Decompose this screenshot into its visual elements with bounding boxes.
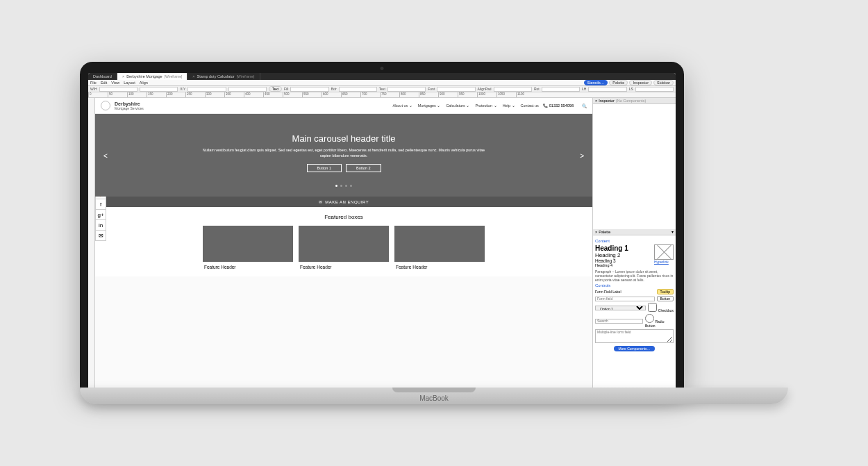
palette-search[interactable] (595, 319, 643, 324)
xy-label: X/Y (180, 87, 185, 91)
feature-header: Feature Header (394, 262, 485, 269)
lh-input[interactable] (588, 87, 626, 92)
linkedin-icon[interactable]: in (95, 219, 106, 231)
canvas[interactable]: 🐦 f g+ in ✉ Derbyshire Mortgage Services (95, 98, 592, 389)
rot-label: Rot (534, 87, 540, 91)
carousel-prev[interactable]: < (103, 151, 108, 159)
feature-image (299, 226, 389, 262)
palette-h1[interactable]: Heading 1 (595, 244, 651, 252)
palette-h2[interactable]: Heading 2 (595, 252, 651, 258)
inspector-header: × Inspector (No Components) (593, 98, 676, 104)
menu-bar: File Edit View Layout Align Stencils… Pa… (88, 80, 676, 86)
carousel-dot[interactable] (335, 185, 337, 187)
stencils-button[interactable]: Stencils… (584, 80, 608, 85)
palette-select[interactable]: Option 1 (595, 306, 646, 310)
nav-mortgages[interactable]: Mortgages ⌄ (418, 103, 441, 108)
feature-box[interactable]: Feature Header (394, 226, 485, 269)
lh-label: LH (582, 87, 586, 91)
palette-content-label: Content (595, 239, 674, 243)
close-icon[interactable]: × (595, 230, 597, 234)
inspector-body (593, 104, 676, 229)
brand-name: Derbyshire (115, 101, 144, 106)
rot-input[interactable] (542, 87, 580, 92)
palette-body: Content Heading 1 Heading 2 Heading 3 He… (593, 235, 676, 389)
alignpad-label: AlignPad (478, 87, 492, 91)
feature-header: Feature Header (203, 262, 293, 269)
nav-help[interactable]: Help ⌄ (503, 103, 515, 108)
palette-header: × Palette ▾ (593, 229, 676, 235)
phone-icon: 📞 (543, 103, 548, 108)
feature-box[interactable]: Feature Header (203, 226, 293, 269)
envelope-icon: ✉ (319, 199, 323, 204)
nav-contact[interactable]: Contact us (521, 103, 539, 108)
palette-checkbox[interactable]: Checkbox (648, 303, 674, 313)
bdr-input[interactable] (339, 87, 377, 92)
nav-calculators[interactable]: Calculators ⌄ (446, 103, 469, 108)
palette-radio[interactable]: Radio Button (645, 314, 674, 328)
tab-stamp-duty[interactable]: ×Stamp duty Calculator[Wireframe] (187, 73, 260, 80)
carousel-dot[interactable] (350, 185, 352, 187)
wh-label: W/H (90, 87, 97, 91)
x-input[interactable] (187, 87, 226, 92)
carousel-button-1[interactable]: Button 1 (307, 164, 342, 172)
phone-number: 📞01332 554098 (543, 103, 574, 108)
menu-layout[interactable]: Layout (124, 81, 135, 85)
feature-box[interactable]: Feature Header (299, 226, 389, 269)
menu-align[interactable]: Align (140, 81, 148, 85)
y-input[interactable] (228, 87, 267, 92)
featured-section: Featured boxes Feature Header Feature He… (95, 207, 592, 276)
property-toolbar: W/H X/Y Text Fill Bdr Text Font AlignPad… (88, 86, 676, 92)
tab-derbyshire[interactable]: ×Derbyshire Mortgage[Wireframe] (117, 73, 187, 80)
palette-h3[interactable]: Heading 3 (595, 258, 651, 263)
close-icon[interactable]: × (122, 74, 124, 78)
more-components-button[interactable]: More Components… (614, 346, 654, 351)
palette-tooltip[interactable]: Tooltip (657, 289, 674, 294)
chevron-down-icon[interactable]: ▾ (671, 230, 674, 234)
facebook-icon[interactable]: f (95, 199, 106, 210)
palette-textarea[interactable] (595, 329, 674, 343)
horizontal-ruler: 0501001502002503003504004505005506006507… (88, 92, 676, 98)
fill-input[interactable] (290, 87, 328, 92)
text-tool-button[interactable]: Text (269, 86, 282, 92)
ls-label: LS (629, 87, 633, 91)
form-field-label[interactable]: Form Field Label (595, 290, 655, 294)
palette-toggle[interactable]: Palette (609, 80, 628, 85)
w-input[interactable] (99, 87, 137, 92)
menu-edit[interactable]: Edit (101, 81, 107, 85)
nav-protection[interactable]: Protection ⌄ (475, 103, 496, 108)
palette-form-field[interactable] (595, 297, 655, 301)
menu-view[interactable]: View (111, 81, 119, 85)
feature-image (203, 226, 293, 262)
enquiry-bar[interactable]: ✉ MAKE AN ENQUIRY (95, 197, 592, 207)
nav-about[interactable]: About us ⌄ (393, 103, 412, 108)
carousel-text: Nullam vestibulum feugiat diam quis aliq… (198, 148, 490, 158)
sidebar-toggle[interactable]: Sidebar (653, 80, 674, 85)
gplus-icon[interactable]: g+ (95, 209, 106, 220)
palette-h4[interactable]: Heading 4 (595, 263, 651, 267)
palette-hyperlink[interactable]: Hyperlink (654, 260, 674, 264)
carousel-button-2[interactable]: Button 2 (346, 164, 381, 172)
feature-header: Feature Header (299, 262, 389, 269)
menu-file[interactable]: File (90, 81, 97, 85)
close-icon[interactable]: × (595, 99, 597, 103)
close-icon[interactable]: × (192, 74, 194, 78)
align-input[interactable] (494, 87, 532, 92)
ls-input[interactable] (635, 87, 674, 92)
palette-paragraph[interactable]: Paragraph – Lorem ipsum dolor sit amet, … (595, 269, 674, 282)
mail-icon[interactable]: ✉ (95, 230, 106, 241)
inspector-toggle[interactable]: Inspector (629, 80, 652, 85)
tab-bar: Dashboard ×Derbyshire Mortgage[Wireframe… (88, 73, 676, 80)
text-input[interactable] (387, 87, 426, 92)
palette-controls-label: Controls (595, 283, 674, 288)
palette-image[interactable] (654, 244, 674, 260)
logo-placeholder (101, 101, 110, 110)
carousel-dot[interactable] (340, 185, 342, 187)
carousel-dot[interactable] (345, 185, 347, 187)
palette-button[interactable]: Button (657, 296, 674, 301)
font-input[interactable] (437, 87, 475, 92)
h-input[interactable] (140, 87, 178, 92)
carousel-next[interactable]: > (580, 151, 584, 159)
tab-dashboard[interactable]: Dashboard (88, 73, 117, 80)
feature-image (394, 226, 485, 262)
search-icon[interactable]: 🔍 (582, 103, 587, 108)
